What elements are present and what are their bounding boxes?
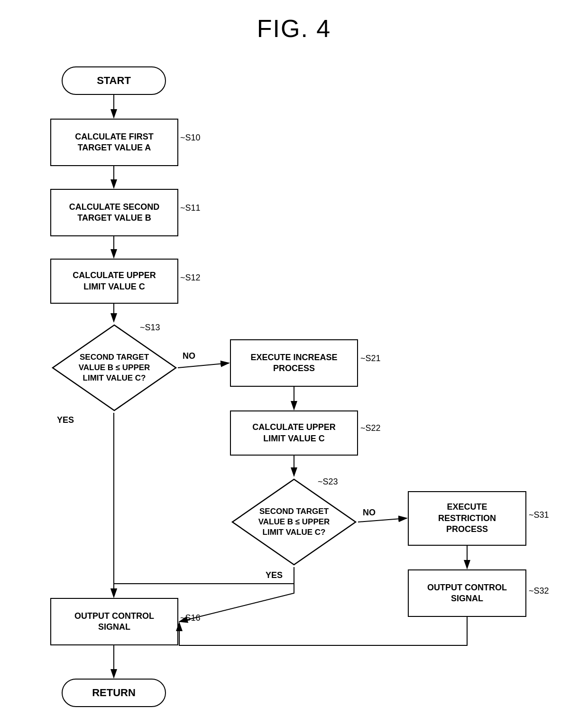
s23-node: SECOND TARGETVALUE B ≤ UPPERLIMIT VALUE … [230, 477, 358, 567]
s12-label: ~S12 [180, 273, 201, 283]
s12-node: CALCULATE UPPERLIMIT VALUE C [50, 259, 178, 304]
s10-node: CALCULATE FIRSTTARGET VALUE A [50, 119, 178, 166]
s16-node: OUTPUT CONTROLSIGNAL [50, 598, 178, 645]
start-node: START [62, 66, 166, 95]
s23-no-label: NO [363, 508, 376, 518]
flowchart-diagram: START CALCULATE FIRSTTARGET VALUE A ~S10… [33, 57, 555, 727]
s22-node: CALCULATE UPPERLIMIT VALUE C [230, 410, 358, 456]
figure-title: FIG. 4 [257, 14, 331, 43]
s32-node: OUTPUT CONTROLSIGNAL [408, 569, 526, 617]
s21-node: EXECUTE INCREASEPROCESS [230, 339, 358, 387]
s23-step-label: ~S23 [318, 477, 338, 487]
s21-label: ~S21 [360, 354, 381, 364]
s22-label: ~S22 [360, 423, 381, 433]
s13-node: SECOND TARGETVALUE B ≤ UPPERLIMIT VALUE … [50, 323, 178, 413]
s11-label: ~S11 [180, 203, 201, 213]
s16-label: ~S16 [180, 613, 201, 623]
s32-label: ~S32 [529, 586, 549, 596]
svg-line-8 [178, 363, 229, 368]
s10-label: ~S10 [180, 133, 201, 143]
s31-node: EXECUTERESTRICTIONPROCESS [408, 491, 526, 546]
s31-label: ~S31 [529, 510, 549, 520]
return-node: RETURN [62, 679, 166, 707]
s13-yes-label: YES [57, 415, 74, 425]
s13-step-label: ~S13 [140, 323, 160, 333]
s11-node: CALCULATE SECONDTARGET VALUE B [50, 189, 178, 236]
s23-yes-label: YES [266, 570, 283, 580]
s13-no-label: NO [183, 351, 195, 361]
svg-line-11 [358, 518, 407, 522]
